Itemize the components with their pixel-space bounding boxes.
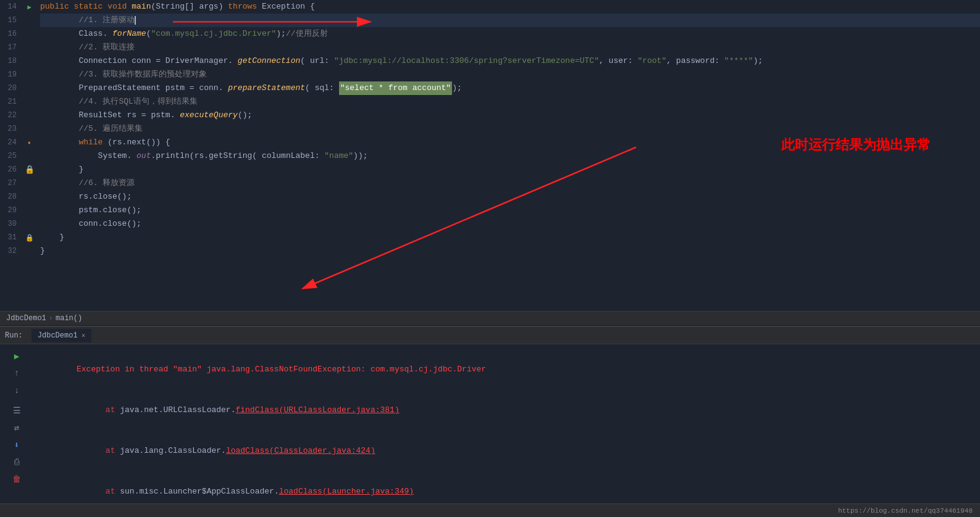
- method-preparestatement: prepareStatement: [228, 81, 305, 95]
- link-2[interactable]: loadClass(ClassLoader.java:424): [226, 446, 375, 455]
- code-line-20: PreparedStatement pstm = conn. prepareSt…: [40, 81, 980, 95]
- at-prefix-1: at: [77, 405, 120, 415]
- gutter-row-15: 15: [0, 14, 37, 27]
- param-columnlabel: columnLabel:: [262, 149, 324, 163]
- link-1[interactable]: findClass(URLClassLoader.java:381): [235, 405, 399, 415]
- method-getconnection: getConnection: [238, 54, 300, 68]
- code-line-30: conn.close();: [40, 217, 980, 231]
- code-section: 14 ▶ 15 16 17 18: [0, 0, 980, 311]
- gutter-row-22: 22: [0, 109, 37, 122]
- code-text-18b: ,: [599, 54, 609, 68]
- gutter-row-28: 28: [0, 190, 37, 204]
- line-num-25: 25: [0, 152, 22, 160]
- string-user: "root": [637, 54, 666, 68]
- run-print-icon[interactable]: ⎙: [11, 457, 22, 468]
- code-text-25c: ));: [353, 149, 367, 163]
- keyword-static: static: [74, 0, 108, 14]
- comment-15: //1. 注册驱动: [40, 14, 135, 27]
- editor-area: 14 ▶ 15 16 17 18: [0, 0, 980, 517]
- line-num-20: 20: [0, 84, 22, 93]
- line-num-30: 30: [0, 220, 22, 228]
- breadcrumb-sep: ›: [49, 314, 53, 323]
- run-line-icon-14[interactable]: ▶: [22, 3, 37, 11]
- comment-17: //2. 获取连接: [40, 41, 135, 54]
- code-text-18d: );: [753, 54, 763, 68]
- sql-string: "select * from account": [339, 81, 452, 95]
- run-play-icon[interactable]: ▶: [11, 350, 22, 362]
- code-text-22b: ();: [238, 109, 252, 122]
- run-panel: Run: JdbcDemo1 ✕ ▶ ↑ ↓ ☰ ⇄ ⬇ ⎙ 🗑 Except: [0, 326, 980, 517]
- keyword-public: public: [40, 0, 74, 14]
- gutter-row-29: 29: [0, 204, 37, 217]
- code-text-20b: );: [452, 81, 462, 95]
- gutter-row-27: 27: [0, 176, 37, 190]
- bookmark-icon-31: 🔒: [22, 234, 37, 242]
- exception-text: Exception in thread "main" java.lang.Cla…: [77, 365, 486, 374]
- code-text-25b: .println(rs.getString(: [151, 149, 261, 163]
- code-line-16: Class. forName("com.mysql.cj.jdbc.Driver…: [40, 27, 980, 41]
- line-num-21: 21: [0, 97, 22, 106]
- code-text-28: rs.close();: [40, 190, 132, 204]
- text-cursor: [135, 16, 136, 25]
- stacktrace-2: at java.lang.ClassLoader.loadClass(Class…: [28, 431, 975, 471]
- run-tab-name: JdbcDemo1: [38, 331, 78, 340]
- run-up-icon[interactable]: ↑: [11, 368, 22, 379]
- at-prefix-3: at: [77, 487, 120, 496]
- breadcrumb-bar: JdbcDemo1 › main(): [0, 311, 980, 326]
- run-delete-icon[interactable]: 🗑: [11, 474, 22, 485]
- code-line-17: //2. 获取连接: [40, 41, 980, 54]
- run-body: ▶ ↑ ↓ ☰ ⇄ ⬇ ⎙ 🗑 Exception in thread "mai…: [0, 344, 980, 503]
- line-num-14: 14: [0, 2, 22, 11]
- keyword-void: void: [107, 0, 132, 14]
- code-editor[interactable]: public static void main(String[] args) t…: [37, 0, 980, 311]
- code-text-16b: (: [146, 27, 151, 41]
- run-output: Exception in thread "main" java.lang.Cla…: [26, 349, 975, 498]
- code-line-15: //1. 注册驱动: [40, 14, 980, 27]
- gutter-row-23: 23: [0, 122, 37, 136]
- line-num-15: 15: [0, 16, 22, 25]
- param-user: user:: [609, 54, 638, 68]
- line-num-16: 16: [0, 30, 22, 38]
- string-url: "jdbc:mysql://localhost:3306/spring?serv…: [334, 54, 599, 68]
- code-text-24: (rs.next()) {: [107, 136, 170, 149]
- run-down-icon[interactable]: ↓: [11, 385, 22, 396]
- close-tab-button[interactable]: ✕: [82, 331, 86, 339]
- stacktrace-text-3: sun.misc.Launcher$AppClassLoader.: [120, 487, 279, 496]
- run-label: Run:: [5, 331, 23, 340]
- website-link: https://blog.csdn.net/qq374461948: [838, 507, 973, 515]
- code-text-32: }: [40, 244, 45, 258]
- gutter-row-25: 25: [0, 149, 37, 163]
- gutter-row-24: 24 ⬧: [0, 136, 37, 149]
- run-tab[interactable]: JdbcDemo1 ✕: [31, 329, 91, 342]
- run-align-icon[interactable]: ⇄: [11, 422, 22, 433]
- method-executequery: executeQuery: [180, 109, 238, 122]
- breadcrumb-class: JdbcDemo1: [6, 314, 46, 323]
- annotation-text: 此时运行结果为抛出异常: [781, 136, 931, 154]
- gutter-row-18: 18: [0, 54, 37, 68]
- code-line-14: public static void main(String[] args) t…: [40, 0, 980, 14]
- code-line-22: ResultSet rs = pstm. executeQuery();: [40, 109, 980, 122]
- string-password: "****": [724, 54, 753, 68]
- line-num-29: 29: [0, 206, 22, 215]
- line-num-18: 18: [0, 57, 22, 65]
- code-line-26: }: [40, 163, 980, 176]
- gutter-row-30: 30: [0, 217, 37, 231]
- keyword-while: while: [40, 136, 107, 149]
- code-text-25: System.: [40, 149, 136, 163]
- code-text-18: Connection conn = DriverManager.: [40, 54, 238, 68]
- line-num-24: 24: [0, 138, 22, 147]
- code-line-21: //4. 执行SQL语句，得到结果集: [40, 95, 980, 109]
- run-download-icon[interactable]: ⬇: [11, 439, 22, 450]
- run-sidebar: ▶ ↑ ↓ ☰ ⇄ ⬇ ⎙ 🗑: [7, 349, 26, 498]
- run-menu-icon[interactable]: ☰: [11, 405, 22, 416]
- comment-19: //3. 获取操作数据库的预处理对象: [40, 68, 207, 81]
- link-3[interactable]: loadClass(Launcher.java:349): [279, 487, 414, 496]
- code-line-31: }: [40, 231, 980, 244]
- line-num-32: 32: [0, 247, 22, 255]
- gutter-row-21: 21: [0, 95, 37, 109]
- bottom-bar: https://blog.csdn.net/qq374461948: [0, 503, 980, 517]
- stacktrace-text-2: java.lang.ClassLoader.: [120, 446, 226, 455]
- code-line-23: //5. 遍历结果集: [40, 122, 980, 136]
- stacktrace-text-1: java.net.URLClassLoader.: [120, 405, 235, 415]
- comment-27: //6. 释放资源: [40, 176, 135, 190]
